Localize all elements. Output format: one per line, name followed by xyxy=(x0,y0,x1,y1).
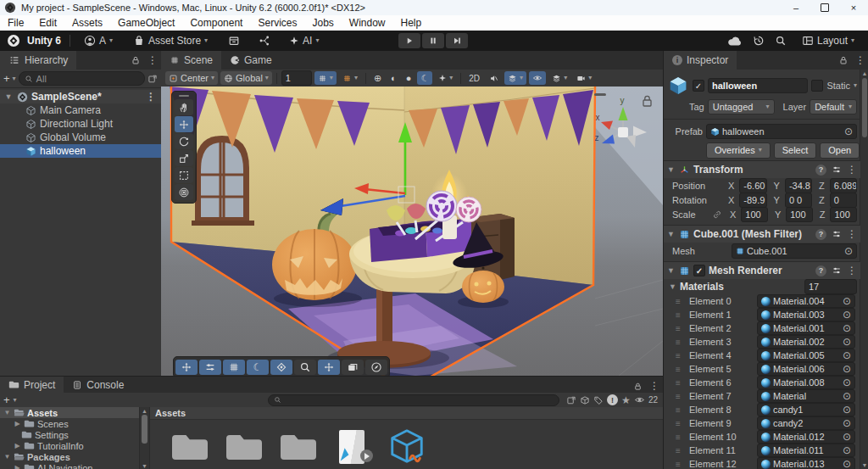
tree-item-assets[interactable]: ▼ Assets xyxy=(0,407,139,418)
object-picker-icon[interactable]: ⊙ xyxy=(843,350,851,360)
tab-scene[interactable]: Scene xyxy=(161,51,221,70)
overlay-tool-settings-button[interactable] xyxy=(199,360,221,375)
draw-mode-shaded-button[interactable]: ⊕ xyxy=(370,71,385,85)
material-element-row[interactable]: ≡ Element 6 Material.008⊙ xyxy=(664,376,860,389)
tree-item-scenes[interactable]: ▶ Scenes xyxy=(0,418,139,429)
material-object-field[interactable]: Material.013⊙ xyxy=(757,457,855,469)
object-picker-icon[interactable]: ⊙ xyxy=(843,459,851,469)
scroll-down-icon[interactable]: ▼ xyxy=(142,463,147,469)
scale-x-field[interactable]: 100 xyxy=(741,207,768,222)
scrollbar-thumb[interactable] xyxy=(142,415,147,444)
position-y-field[interactable]: -34.8 xyxy=(785,178,812,193)
layout-dropdown[interactable]: Layout ▾ xyxy=(797,32,860,49)
materials-count-field[interactable]: 17 xyxy=(804,279,857,294)
link-icon[interactable] xyxy=(711,209,723,220)
material-object-field[interactable]: Material.005⊙ xyxy=(757,349,855,362)
presets-icon[interactable] xyxy=(832,265,842,276)
orientation-dropdown[interactable]: Global ▾ xyxy=(220,71,272,85)
material-object-field[interactable]: Material.002⊙ xyxy=(757,335,855,349)
overrides-button[interactable]: Overrides ▾ xyxy=(706,142,771,159)
hierarchy-item-halloween[interactable]: halloween xyxy=(0,144,161,158)
foldout-icon[interactable]: ▼ xyxy=(667,165,676,174)
open-search-window-icon[interactable] xyxy=(147,74,158,84)
presets-icon[interactable] xyxy=(832,229,842,239)
overlay-move-button[interactable] xyxy=(175,360,198,375)
menu-file[interactable]: File xyxy=(0,15,31,31)
project-search-input[interactable] xyxy=(268,394,559,406)
minimize-button[interactable]: – xyxy=(782,0,810,15)
move-tool-button[interactable] xyxy=(175,116,193,132)
panel-menu-icon[interactable]: ⋮ xyxy=(147,54,158,66)
mesh-renderer-header[interactable]: ▼ ✓ Mesh Renderer ? ⋮ xyxy=(664,261,860,279)
view-hand-tool-button[interactable] xyxy=(175,99,193,115)
material-element-row[interactable]: ≡ Element 0 Material.004⊙ xyxy=(664,294,860,308)
asset-folder[interactable] xyxy=(169,427,211,467)
lighting-toggle[interactable]: ☾ xyxy=(417,71,432,85)
foldout-icon[interactable]: ▼ xyxy=(3,409,11,416)
presets-icon[interactable] xyxy=(832,165,842,175)
transform-tool-button[interactable] xyxy=(175,184,193,200)
object-picker-icon[interactable]: ⊙ xyxy=(843,337,851,347)
static-checkbox[interactable] xyxy=(811,80,823,92)
scale-tool-button[interactable] xyxy=(175,150,193,166)
audio-toggle[interactable] xyxy=(486,71,502,85)
overlay-cameras-button[interactable] xyxy=(342,360,364,375)
grid-snap-toggle[interactable]: ▾ xyxy=(314,71,337,85)
foldout-icon[interactable]: ▼ xyxy=(3,92,14,101)
rect-tool-button[interactable] xyxy=(175,167,193,183)
material-object-field[interactable]: candy2⊙ xyxy=(757,416,855,430)
overlay-search-button[interactable] xyxy=(294,360,316,375)
open-search-window-icon[interactable] xyxy=(566,395,576,405)
orientation-gizmo[interactable]: y x z xyxy=(587,88,659,159)
cloud-icon[interactable] xyxy=(727,36,743,47)
active-checkbox[interactable]: ✓ xyxy=(693,80,704,92)
scroll-down-icon[interactable]: ▼ xyxy=(862,462,868,468)
material-element-row[interactable]: ≡ Element 4 Material.005⊙ xyxy=(664,349,860,362)
drag-handle-icon[interactable]: ≡ xyxy=(676,392,686,401)
foldout-icon[interactable]: ▼ xyxy=(667,266,676,275)
material-object-field[interactable]: Material.001⊙ xyxy=(757,321,855,335)
material-element-row[interactable]: ≡ Element 1 Material.003⊙ xyxy=(664,308,860,321)
search-by-label-icon[interactable] xyxy=(593,395,604,405)
object-picker-icon[interactable]: ⊙ xyxy=(843,364,851,374)
material-element-row[interactable]: ≡ Element 10 Material.012⊙ xyxy=(664,430,860,444)
material-object-field[interactable]: Material.011⊙ xyxy=(757,444,855,457)
overlay-grid-button[interactable] xyxy=(223,360,245,375)
object-picker-icon[interactable]: ⊙ xyxy=(843,296,851,306)
create-button[interactable]: + xyxy=(3,73,10,84)
overlay-drag-handle[interactable] xyxy=(179,95,189,97)
search-by-type-icon[interactable] xyxy=(580,395,590,405)
create-dropdown-icon[interactable]: ▾ xyxy=(14,397,17,404)
transform-header[interactable]: ▼ Transform ? ⋮ xyxy=(664,160,860,178)
inspector-scrollbar[interactable]: ▲ ▼ xyxy=(860,70,868,469)
scroll-up-icon[interactable]: ▲ xyxy=(862,70,868,76)
material-object-field[interactable]: Material.012⊙ xyxy=(757,430,855,444)
help-icon[interactable]: ? xyxy=(815,165,826,176)
hierarchy-item-main-camera[interactable]: Main Camera xyxy=(0,103,161,117)
hierarchy-item-global-volume[interactable]: Global Volume xyxy=(0,131,161,144)
help-icon[interactable]: ? xyxy=(815,265,826,276)
material-object-field[interactable]: candy1⊙ xyxy=(757,403,855,416)
create-dropdown-icon[interactable]: ▾ xyxy=(13,75,16,82)
project-tree-scrollbar[interactable]: ▲ ▼ xyxy=(139,407,150,469)
scale-z-field[interactable]: 100 xyxy=(830,207,857,222)
2d-toggle[interactable]: 2D xyxy=(465,71,483,85)
tab-game[interactable]: Game xyxy=(221,51,281,70)
object-picker-icon[interactable]: ⊙ xyxy=(843,432,851,442)
static-dropdown-icon[interactable]: ▾ xyxy=(854,82,857,89)
prefab-object-field[interactable]: halloween ⊙ xyxy=(706,124,857,139)
material-element-row[interactable]: ≡ Element 8 candy1⊙ xyxy=(664,403,860,416)
menu-services[interactable]: Services xyxy=(250,15,304,31)
tree-item-ai-navigation[interactable]: ▶ AI Navigation xyxy=(0,462,139,469)
draw-mode-wireframe-button[interactable]: ◐ xyxy=(387,71,400,85)
overlay-layers-dropdown[interactable]: ▾ xyxy=(504,71,526,85)
foldout-icon[interactable]: ▼ xyxy=(3,453,11,461)
drag-handle-icon[interactable]: ≡ xyxy=(676,419,686,428)
drag-handle-icon[interactable]: ≡ xyxy=(676,324,686,333)
drag-handle-icon[interactable]: ≡ xyxy=(676,310,686,320)
undo-history-icon[interactable] xyxy=(753,35,765,47)
object-picker-icon[interactable]: ⊙ xyxy=(843,323,851,333)
foldout-icon[interactable]: ▶ xyxy=(14,420,21,427)
asset-scene-file[interactable] xyxy=(331,427,374,467)
drag-handle-icon[interactable]: ≡ xyxy=(676,460,686,469)
